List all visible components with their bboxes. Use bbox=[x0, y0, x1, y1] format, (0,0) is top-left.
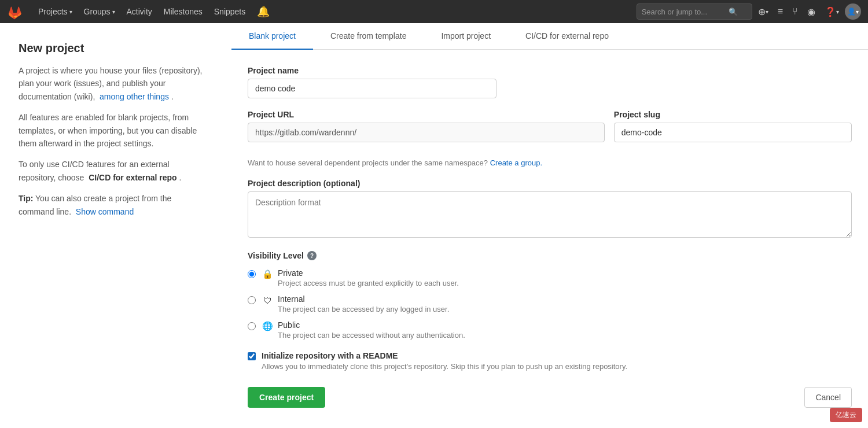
project-slug-group: Project slug bbox=[614, 110, 852, 142]
tab-create-from-template[interactable]: Create from template bbox=[313, 23, 424, 50]
right-panel: Blank project Create from template Impor… bbox=[231, 23, 868, 428]
visibility-public-radio[interactable] bbox=[248, 322, 256, 330]
projects-dropdown-arrow: ▾ bbox=[69, 9, 72, 15]
visibility-public-option: 🌐 Public The project can be accessed wit… bbox=[248, 320, 852, 340]
lock-icon: 🔒 bbox=[262, 268, 273, 280]
user-avatar-button[interactable]: 👤 ▾ bbox=[845, 3, 861, 20]
visibility-internal-radio[interactable] bbox=[248, 296, 256, 304]
groups-dropdown-arrow: ▾ bbox=[112, 9, 115, 15]
page-title: New project bbox=[19, 42, 208, 55]
search-bar[interactable]: 🔍 bbox=[637, 3, 752, 20]
avatar-dropdown-arrow: ▾ bbox=[856, 9, 859, 15]
visibility-private-option: 🔒 Private Project access must be granted… bbox=[248, 268, 852, 287]
visibility-radio-group: 🔒 Private Project access must be granted… bbox=[248, 268, 852, 340]
readme-content: Initialize repository with a README Allo… bbox=[262, 351, 627, 371]
plus-icon: ⊕ bbox=[758, 6, 766, 17]
nav-projects[interactable]: Projects ▾ bbox=[32, 0, 78, 23]
namespace-hint: Want to house several dependent projects… bbox=[248, 158, 852, 167]
project-description-input[interactable] bbox=[248, 191, 852, 238]
tab-cicd-external[interactable]: CI/CD for external repo bbox=[508, 23, 626, 50]
visibility-heading: Visibility Level ? bbox=[248, 251, 852, 260]
internal-desc: The project can be accessed by any logge… bbox=[278, 305, 852, 313]
left-panel: New project A project is where you house… bbox=[0, 23, 231, 428]
main-container: New project A project is where you house… bbox=[0, 23, 868, 428]
internal-label[interactable]: Internal bbox=[278, 294, 305, 304]
navbar-right: 🔍 ⊕ ▾ ≡ ⑂ ◉ ❓ ▾ 👤 ▾ bbox=[637, 3, 861, 20]
visibility-private-radio[interactable] bbox=[248, 270, 256, 278]
private-content: Private Project access must be granted e… bbox=[278, 268, 852, 287]
form-actions: Create project Cancel bbox=[248, 387, 852, 408]
project-name-group: Project name bbox=[248, 66, 852, 98]
main-nav: Projects ▾ Groups ▾ Activity Milestones … bbox=[32, 0, 275, 23]
shield-icon: 🛡 bbox=[262, 294, 273, 306]
readme-label[interactable]: Initialize repository with a README bbox=[262, 351, 398, 360]
project-slug-label: Project slug bbox=[614, 110, 852, 119]
private-label[interactable]: Private bbox=[278, 268, 303, 278]
search-icon: 🔍 bbox=[729, 8, 738, 16]
project-description-group: Project description (optional) bbox=[248, 179, 852, 239]
desc-para1: A project is where you house your files … bbox=[19, 64, 208, 103]
visibility-help-icon[interactable]: ? bbox=[307, 251, 317, 260]
help-dropdown-arrow: ▾ bbox=[836, 9, 839, 15]
project-description-label: Project description (optional) bbox=[248, 179, 852, 188]
merge-icon: ⑂ bbox=[792, 6, 798, 17]
project-name-label: Project name bbox=[248, 66, 852, 75]
cancel-button[interactable]: Cancel bbox=[804, 387, 852, 408]
tip-para: Tip: You can also create a project from … bbox=[19, 192, 208, 218]
desc-para3: To only use CI/CD features for an extern… bbox=[19, 158, 208, 184]
brand[interactable] bbox=[7, 3, 23, 20]
nav-activity[interactable]: Activity bbox=[121, 0, 158, 23]
visibility-internal-option: 🛡 Internal The project can be accessed b… bbox=[248, 294, 852, 313]
public-label[interactable]: Public bbox=[278, 320, 300, 330]
list-icon: ≡ bbox=[778, 6, 783, 17]
tab-import-project[interactable]: Import project bbox=[424, 23, 508, 50]
among-other-things-link[interactable]: among other things bbox=[100, 92, 169, 101]
globe-icon: 🌐 bbox=[262, 320, 273, 332]
nav-notification[interactable]: 🔔 bbox=[251, 0, 275, 23]
public-desc: The project can be accessed without any … bbox=[278, 331, 852, 340]
tab-blank-project[interactable]: Blank project bbox=[231, 23, 313, 50]
help-button[interactable]: ❓ ▾ bbox=[821, 4, 843, 20]
readme-checkbox[interactable] bbox=[248, 352, 256, 360]
url-slug-row: Project URL Project slug bbox=[248, 110, 852, 154]
readme-checkbox-row: Initialize repository with a README Allo… bbox=[248, 351, 852, 371]
merge-requests-button[interactable]: ⑂ bbox=[789, 4, 801, 19]
issues-icon: ◉ bbox=[807, 6, 815, 17]
show-command-link[interactable]: Show command bbox=[76, 207, 134, 216]
project-url-group: Project URL bbox=[248, 110, 605, 142]
help-icon: ❓ bbox=[825, 6, 836, 17]
new-dropdown-arrow: ▾ bbox=[766, 9, 768, 15]
internal-content: Internal The project can be accessed by … bbox=[278, 294, 852, 313]
cicd-bold: CI/CD for external repo bbox=[89, 173, 176, 182]
create-group-link[interactable]: Create a group. bbox=[490, 158, 542, 167]
private-desc: Project access must be granted explicitl… bbox=[278, 279, 852, 287]
create-project-button[interactable]: Create project bbox=[248, 387, 325, 408]
visibility-section: Visibility Level ? 🔒 Private Project acc… bbox=[248, 251, 852, 371]
nav-groups[interactable]: Groups ▾ bbox=[78, 0, 121, 23]
new-item-button[interactable]: ⊕ ▾ bbox=[755, 4, 772, 20]
tip-label: Tip: bbox=[19, 194, 33, 203]
project-name-input[interactable] bbox=[248, 79, 496, 98]
issues-button[interactable]: ◉ bbox=[804, 4, 819, 20]
search-input[interactable] bbox=[642, 8, 729, 16]
readme-desc: Allows you to immediately clone this pro… bbox=[262, 362, 627, 371]
project-url-input[interactable] bbox=[248, 123, 605, 142]
todos-button[interactable]: ≡ bbox=[774, 4, 786, 19]
project-url-label: Project URL bbox=[248, 110, 605, 119]
tabs: Blank project Create from template Impor… bbox=[231, 23, 868, 50]
navbar: Projects ▾ Groups ▾ Activity Milestones … bbox=[0, 0, 868, 23]
nav-snippets[interactable]: Snippets bbox=[208, 0, 251, 23]
nav-milestones[interactable]: Milestones bbox=[158, 0, 208, 23]
form-content: Project name Project URL Project slug Wa… bbox=[231, 66, 868, 408]
avatar-icon: 👤 bbox=[847, 8, 856, 16]
watermark: 亿速云 bbox=[830, 408, 862, 422]
public-content: Public The project can be accessed witho… bbox=[278, 320, 852, 340]
project-slug-input[interactable] bbox=[614, 123, 852, 142]
desc-para2: All features are enabled for blank proje… bbox=[19, 111, 208, 150]
